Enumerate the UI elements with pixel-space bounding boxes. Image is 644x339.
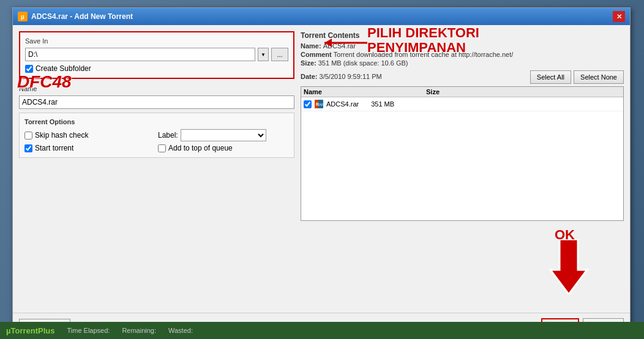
select-buttons-row: Select All Select None bbox=[530, 70, 624, 84]
path-dropdown-button[interactable]: ▼ bbox=[258, 48, 269, 61]
dialog-body: Save In ▼ ... Create Subfolder Name Torr… bbox=[13, 25, 630, 313]
create-subfolder-row: Create Subfolder bbox=[25, 64, 288, 73]
torrent-name-input[interactable] bbox=[19, 95, 294, 109]
meta-comment-row: Comment Torrent downloaded from torrent … bbox=[301, 51, 624, 58]
file-col-name-header: Name bbox=[304, 88, 426, 95]
meta-name-row: Name: ADCS4.rar bbox=[301, 42, 624, 50]
time-elapsed-item: Time Elapsed: bbox=[67, 327, 110, 334]
file-list: Name Size R AR ADCS4.rar bbox=[301, 86, 624, 221]
create-subfolder-label: Create Subfolder bbox=[36, 64, 91, 73]
meta-name-value: ADCS4.rar bbox=[323, 42, 356, 50]
add-torrent-dialog: µ ADCS4.rar - Add New Torrent ✕ Save In … bbox=[12, 7, 631, 339]
ok-annotation-area: OK bbox=[301, 221, 624, 307]
meta-date-label: Date: bbox=[301, 73, 320, 80]
file-checkbox[interactable] bbox=[304, 100, 312, 108]
add-top-queue-label: Add to top of queue bbox=[168, 144, 233, 152]
date-buttons-row: Date: 3/5/2010 9:59:11 PM Select All Sel… bbox=[301, 68, 624, 86]
meta-size-row: Size: 351 MB (disk space: 10.6 GB) bbox=[301, 59, 624, 67]
meta-date-value: 3/5/2010 9:59:11 PM bbox=[320, 73, 382, 80]
name-section: Name bbox=[19, 85, 294, 109]
start-torrent-checkbox[interactable] bbox=[24, 144, 32, 152]
skip-hash-label: Skip hash check bbox=[35, 131, 88, 140]
time-elapsed-label: Time Elapsed: bbox=[67, 327, 110, 334]
name-label: Name bbox=[19, 85, 294, 92]
titlebar-left: µ ADCS4.rar - Add New Torrent bbox=[18, 12, 133, 21]
skip-hash-checkbox[interactable] bbox=[24, 132, 32, 140]
table-row: R AR ADCS4.rar 351 MB bbox=[301, 97, 623, 111]
close-button[interactable]: ✕ bbox=[613, 11, 625, 22]
wasted-label: Wasted: bbox=[168, 327, 193, 334]
browse-button[interactable]: ... bbox=[271, 48, 288, 61]
file-icon: R AR bbox=[314, 99, 324, 109]
left-panel: Save In ▼ ... Create Subfolder Name Torr… bbox=[19, 31, 294, 307]
meta-size-value: 351 MB (disk space: 10.6 GB) bbox=[318, 59, 408, 67]
select-none-button[interactable]: Select None bbox=[574, 70, 624, 84]
start-torrent-row: Start torrent bbox=[24, 144, 155, 152]
remaining-label: Remaining: bbox=[122, 327, 156, 334]
file-col-size-header: Size bbox=[426, 88, 475, 95]
label-select[interactable] bbox=[181, 129, 266, 141]
add-top-queue-checkbox[interactable] bbox=[158, 144, 166, 152]
right-panel: Torrent Contents Name: ADCS4.rar Comment… bbox=[301, 31, 624, 307]
torrent-options-title: Torrent Options bbox=[24, 118, 289, 125]
torrent-options-group: Torrent Options Skip hash check Label: bbox=[19, 113, 294, 158]
dialog-title: ADCS4.rar - Add New Torrent bbox=[31, 12, 133, 21]
label-label: Label: bbox=[158, 131, 178, 140]
label-row: Label: bbox=[158, 129, 289, 141]
app-logo: µTorrentPlus bbox=[6, 326, 54, 335]
svg-text:AR: AR bbox=[319, 103, 324, 106]
torrent-contents-title: Torrent Contents bbox=[301, 31, 624, 40]
file-name: ADCS4.rar bbox=[326, 100, 359, 108]
meta-date-row: Date: 3/5/2010 9:59:11 PM bbox=[301, 73, 382, 80]
meta-name-label: Name: bbox=[301, 42, 323, 50]
file-size: 351 MB bbox=[371, 100, 394, 108]
add-top-queue-row: Add to top of queue bbox=[158, 144, 289, 152]
remaining-item: Remaining: bbox=[122, 327, 156, 334]
wasted-item: Wasted: bbox=[168, 327, 193, 334]
start-torrent-label: Start torrent bbox=[35, 144, 73, 152]
save-in-group: Save In ▼ ... Create Subfolder bbox=[19, 31, 294, 79]
save-path-input[interactable] bbox=[25, 48, 255, 61]
path-row: ▼ ... bbox=[25, 48, 288, 61]
save-in-label: Save In bbox=[25, 37, 288, 45]
file-list-header: Name Size bbox=[301, 87, 623, 97]
options-grid: Skip hash check Label: Start torrent bbox=[24, 129, 289, 152]
app-status-bar: µTorrentPlus Time Elapsed: Remaining: Wa… bbox=[0, 322, 644, 339]
titlebar: µ ADCS4.rar - Add New Torrent ✕ bbox=[13, 8, 630, 25]
meta-size-label: Size: bbox=[301, 59, 318, 67]
ok-arrow-icon bbox=[547, 239, 590, 294]
select-all-button[interactable]: Select All bbox=[530, 70, 571, 84]
skip-hash-row: Skip hash check bbox=[24, 129, 155, 141]
app-icon: µ bbox=[18, 12, 28, 21]
meta-comment-label: Comment bbox=[301, 51, 334, 58]
create-subfolder-checkbox[interactable] bbox=[25, 65, 33, 73]
meta-comment-value: Torrent downloaded from torrent cache at… bbox=[334, 51, 514, 58]
svg-marker-4 bbox=[550, 239, 587, 294]
